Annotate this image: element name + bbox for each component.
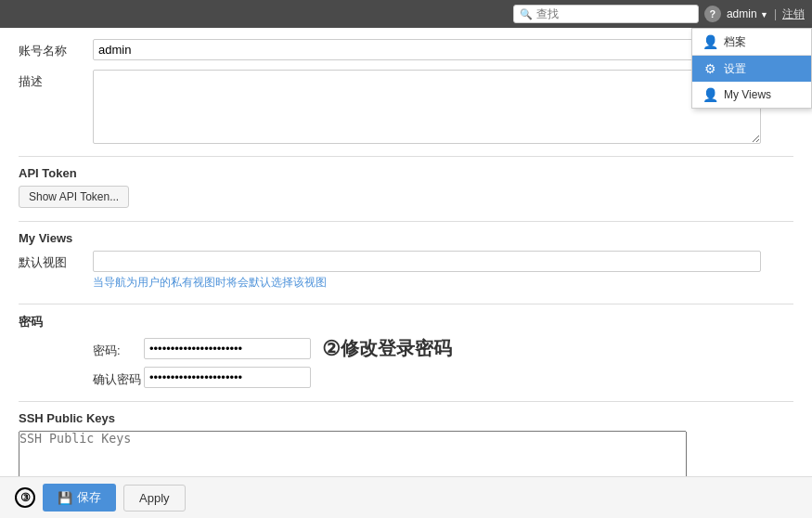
dropdown-myviews-label: My Views: [724, 88, 771, 101]
user-dropdown: 👤 档案 ⚙ 设置 👤 My Views: [691, 28, 812, 109]
separator: |: [774, 7, 777, 20]
default-view-control: 当导航为用户的私有视图时将会默认选择该视图: [93, 251, 793, 291]
dropdown-settings-label: 设置: [724, 61, 746, 77]
password-label: 密码:: [93, 339, 144, 359]
save-button[interactable]: 💾 保存: [43, 484, 116, 512]
description-label: 描述: [19, 70, 93, 90]
show-api-token-button[interactable]: Show API Token...: [19, 186, 129, 208]
password-row: 密码: ② 修改登录密码: [93, 336, 793, 361]
footer-left: ③ 💾 保存 Apply: [15, 484, 186, 512]
topbar: 🔍 ? admin ▼ | 注销: [0, 0, 812, 28]
user-menu-trigger[interactable]: admin ▼: [727, 7, 768, 20]
myviews-section: My Views 默认视图 当导航为用户的私有视图时将会默认选择该视图: [19, 231, 793, 291]
myviews-icon: 👤: [702, 86, 718, 103]
account-name-label: 账号名称: [19, 39, 93, 59]
confirm-password-label: 确认密码: [93, 368, 144, 388]
password-section-title: 密码: [19, 314, 793, 330]
account-name-input[interactable]: [93, 39, 761, 60]
annotation-3-circle: ③: [15, 487, 35, 508]
main-content: 账号名称 描述 API Token Show API Token... My V…: [0, 28, 812, 476]
ssh-textarea[interactable]: [19, 431, 687, 476]
search-icon: 🔍: [520, 8, 533, 20]
ssh-section-title: SSH Public Keys: [19, 411, 793, 425]
save-label: 保存: [77, 489, 101, 506]
default-view-hint: 当导航为用户的私有视图时将会默认选择该视图: [93, 275, 793, 291]
save-icon: 💾: [58, 491, 72, 505]
annotation-2-circle: ②: [322, 337, 341, 361]
default-view-label: 默认视图: [19, 251, 93, 271]
account-name-row: 账号名称: [19, 39, 793, 60]
api-token-title: API Token: [19, 166, 793, 180]
ssh-section: SSH Public Keys ?: [19, 411, 793, 476]
description-row: 描述: [19, 70, 793, 147]
description-textarea[interactable]: [93, 70, 761, 144]
default-view-input[interactable]: [93, 251, 761, 272]
search-input[interactable]: [536, 7, 692, 20]
dropdown-profile-label: 档案: [724, 34, 746, 50]
dropdown-item-settings[interactable]: ⚙ 设置: [692, 56, 811, 82]
ssh-textarea-container: ?: [19, 431, 687, 476]
default-view-row: 默认视图 当导航为用户的私有视图时将会默认选择该视图: [19, 251, 793, 291]
confirm-password-row: 确认密码: [93, 367, 793, 388]
password-input[interactable]: [144, 338, 311, 359]
gear-icon: ⚙: [702, 60, 718, 77]
help-button[interactable]: ?: [704, 6, 721, 22]
annotation-2-text: 修改登录密码: [341, 336, 452, 361]
description-control: [93, 70, 793, 147]
account-name-control: [93, 39, 793, 60]
confirm-password-input[interactable]: [144, 367, 311, 388]
logout-link[interactable]: 注销: [782, 6, 805, 22]
api-token-section: API Token Show API Token...: [19, 166, 793, 208]
profile-icon: 👤: [702, 33, 718, 50]
password-block: 密码: ② 修改登录密码 确认密码: [93, 336, 793, 388]
apply-button[interactable]: Apply: [123, 485, 186, 512]
search-box[interactable]: 🔍: [513, 5, 699, 23]
myviews-title: My Views: [19, 231, 793, 245]
password-section: 密码 密码: ② 修改登录密码 确认密码: [19, 314, 793, 388]
footer-bar: ③ 💾 保存 Apply: [0, 476, 812, 518]
dropdown-item-profile[interactable]: 👤 档案: [692, 29, 811, 55]
dropdown-item-myviews[interactable]: 👤 My Views: [692, 82, 811, 108]
